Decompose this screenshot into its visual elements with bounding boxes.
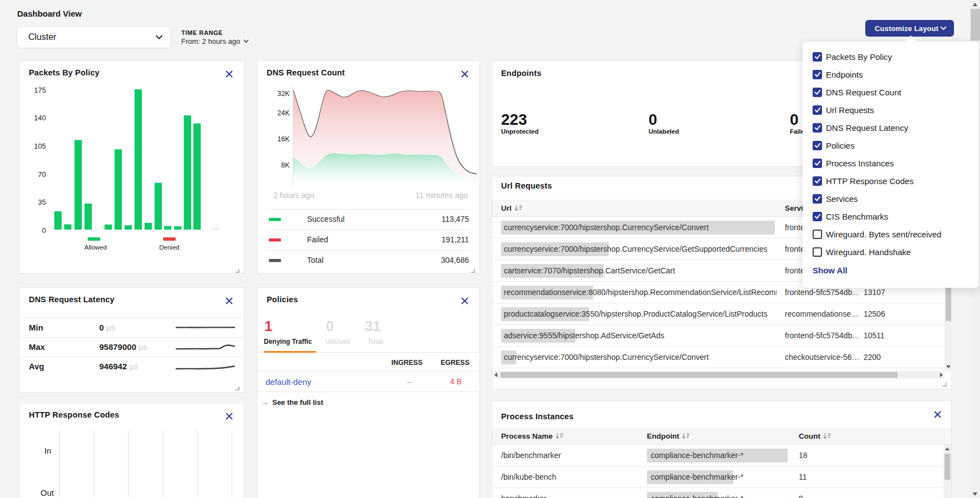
svg-text:8K: 8K bbox=[281, 161, 290, 169]
svg-text:In: In bbox=[44, 446, 52, 455]
svg-text:Successful: Successful bbox=[307, 215, 345, 223]
svg-text:Total: Total bbox=[307, 256, 324, 265]
svg-text:Denied: Denied bbox=[159, 244, 179, 251]
svg-text:Out: Out bbox=[40, 488, 54, 497]
svg-text:70: 70 bbox=[38, 170, 46, 179]
svg-text:Avg: Avg bbox=[29, 362, 44, 371]
svg-text:2 hours ago: 2 hours ago bbox=[273, 191, 314, 200]
svg-text:113,475: 113,475 bbox=[441, 215, 469, 223]
svg-text:0 µs: 0 µs bbox=[99, 323, 115, 332]
svg-text:11 minutes ago: 11 minutes ago bbox=[415, 191, 468, 200]
svg-text:0: 0 bbox=[42, 226, 46, 235]
svg-text:191,211: 191,211 bbox=[441, 235, 469, 244]
svg-text:946942 µs: 946942 µs bbox=[99, 362, 138, 371]
svg-text:16K: 16K bbox=[277, 135, 290, 143]
svg-text:304,686: 304,686 bbox=[441, 256, 469, 265]
svg-text:175: 175 bbox=[34, 86, 46, 94]
svg-text:105: 105 bbox=[34, 142, 46, 150]
svg-text:Allowed: Allowed bbox=[84, 244, 106, 251]
svg-text:95879000 µs: 95879000 µs bbox=[99, 342, 147, 352]
svg-text:32K: 32K bbox=[277, 90, 290, 98]
svg-text:35: 35 bbox=[38, 198, 46, 206]
svg-text:Min: Min bbox=[29, 323, 43, 332]
svg-text:Failed: Failed bbox=[307, 235, 328, 244]
svg-text:Max: Max bbox=[29, 342, 45, 352]
svg-text:140: 140 bbox=[34, 114, 46, 122]
svg-text:24K: 24K bbox=[277, 109, 290, 117]
